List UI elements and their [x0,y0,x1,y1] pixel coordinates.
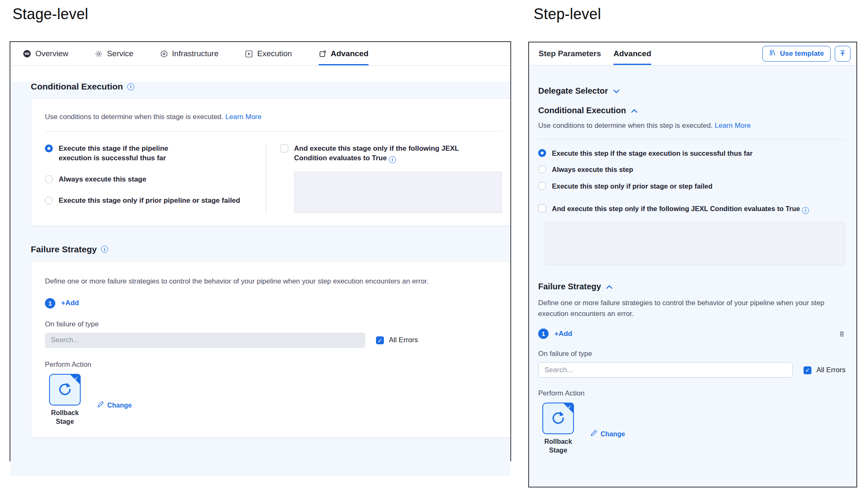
checkmark-icon: ✓ [74,375,79,381]
stage-level-title: Stage-level [12,5,88,23]
radio-selected[interactable] [45,144,53,152]
radio-selected[interactable] [538,149,546,157]
failure-strategy-card: Define one or more failure strategies to… [31,261,510,438]
step-level-title: Step-level [534,5,601,23]
radio-unselected[interactable] [45,175,53,183]
info-icon[interactable]: i [389,156,396,163]
failure-strategy-description: Define one or more failure strategies to… [529,298,830,320]
conditional-execution-card: Use conditions to determine when this st… [31,98,510,226]
all-errors-label: All Errors [816,366,846,374]
pencil-icon [96,401,104,410]
radio-option-always[interactable]: Always execute this stage [45,175,266,184]
jexl-checkbox[interactable] [280,144,288,152]
conditional-execution-description: Use conditions to determine when this st… [529,122,856,130]
radio-label: Execute this stage only if prior pipelin… [59,196,240,206]
all-errors-checkbox-row[interactable]: All Errors [804,366,846,374]
all-errors-checkbox[interactable] [376,336,384,344]
tab-label: Step Parameters [539,49,601,58]
trash-icon[interactable] [838,330,846,338]
action-name: Rollback Stage [540,438,576,455]
radio-label: Execute this stage if the pipeline execu… [59,144,188,163]
tab-advanced[interactable]: Advanced [319,42,368,65]
upload-icon [839,50,846,58]
info-icon[interactable]: i [802,207,809,214]
step-tab-bar: Step Parameters Advanced Use template [529,42,856,65]
tab-advanced[interactable]: Advanced [613,42,651,65]
add-strategy-button[interactable]: +Add [554,330,572,338]
radio-unselected[interactable] [538,165,546,173]
tab-infrastructure[interactable]: Infrastructure [160,42,219,65]
jexl-checkbox-label: And execute this stage only if the follo… [294,144,479,163]
conditional-execution-description: Use conditions to determine when this st… [45,113,502,121]
failure-type-search-input[interactable] [45,333,365,348]
change-action-link[interactable]: Change [590,413,625,455]
radio-option-failed[interactable]: Execute this step only if prior stage or… [538,182,856,191]
change-action-link[interactable]: Change [96,385,132,426]
tab-overview[interactable]: Overview [23,42,68,65]
stage-advanced-panel: Overview Service Infrastructure Executio… [10,41,511,461]
rollback-stage-tile[interactable]: ✓ [49,374,81,405]
description-text: Use conditions to determine when this st… [45,113,223,121]
heading-label: Failure Strategy [31,244,97,254]
strategy-count-badge[interactable]: 1 [45,298,55,308]
learn-more-link[interactable]: Learn More [715,122,751,129]
heading-label: Delegate Selector [538,86,608,96]
radio-label: Execute this step only if prior stage or… [552,182,712,191]
step-advanced-content: Delegate Selector Conditional Execution … [529,65,856,487]
stage-tab-bar: Overview Service Infrastructure Executio… [10,42,510,66]
execution-condition-options: Execute this stage if the pipeline execu… [45,144,266,213]
stage-advanced-content: Conditional Execution i Use conditions t… [10,82,510,476]
jexl-condition-input[interactable] [545,222,845,265]
heading-label: Conditional Execution [31,82,123,92]
upload-button[interactable] [835,46,851,62]
library-icon [769,49,776,58]
on-failure-of-type-label: On failure of type [529,350,856,358]
divider [45,131,502,132]
conditional-execution-heading: Conditional Execution i [31,82,510,92]
chevron-up-icon [606,282,613,291]
conditional-execution-header[interactable]: Conditional Execution [529,106,856,115]
all-errors-checkbox-row[interactable]: All Errors [376,336,418,344]
all-errors-checkbox[interactable] [804,366,811,374]
radio-option-successful[interactable]: Execute this step if the stage execution… [538,149,856,158]
failure-type-search-input[interactable] [538,362,793,378]
pencil-icon [590,430,597,439]
jexl-condition-checkbox-row[interactable]: And execute this step only if the follow… [529,204,856,214]
use-template-button[interactable]: Use template [762,46,831,62]
radio-unselected[interactable] [538,182,546,190]
gear-icon [95,50,103,58]
heading-label: Conditional Execution [538,106,626,115]
jexl-checkbox[interactable] [538,204,546,212]
radio-unselected[interactable] [45,197,53,204]
jexl-condition-checkbox-row[interactable]: And execute this stage only if the follo… [280,144,502,163]
overview-icon [23,50,31,58]
tab-service[interactable]: Service [95,42,133,65]
add-strategy-button[interactable]: +Add [61,299,79,307]
delegate-selector-header[interactable]: Delegate Selector [529,86,856,96]
tab-step-parameters[interactable]: Step Parameters [539,42,601,65]
tab-execution[interactable]: Execution [245,42,292,65]
learn-more-link[interactable]: Learn More [225,113,262,121]
tab-label: Advanced [613,49,651,58]
radio-option-always[interactable]: Always execute this step [538,165,856,174]
info-icon[interactable]: i [101,246,108,253]
play-icon [245,50,253,58]
jexl-condition-input[interactable] [294,172,502,213]
action-name: Rollback Stage [47,409,83,426]
use-template-label: Use template [780,50,824,58]
failure-strategy-header[interactable]: Failure Strategy [529,282,856,291]
rollback-stage-tile[interactable]: ✓ [542,403,574,434]
execution-condition-options: Execute this step if the stage execution… [529,149,856,191]
chevron-up-icon [631,106,638,115]
checkmark-icon: ✓ [567,404,572,410]
info-icon[interactable]: i [127,83,134,90]
radio-label: Execute this step if the stage execution… [552,149,752,158]
description-text: Use conditions to determine when this st… [538,122,713,129]
radio-option-successful[interactable]: Execute this stage if the pipeline execu… [45,144,266,163]
radio-label: Always execute this stage [59,175,146,184]
tab-label: Overview [35,49,68,58]
heading-label: Failure Strategy [538,282,601,291]
tab-label: Service [107,49,133,58]
strategy-count-badge[interactable]: 1 [538,328,549,339]
radio-option-failed[interactable]: Execute this stage only if prior pipelin… [45,196,266,206]
